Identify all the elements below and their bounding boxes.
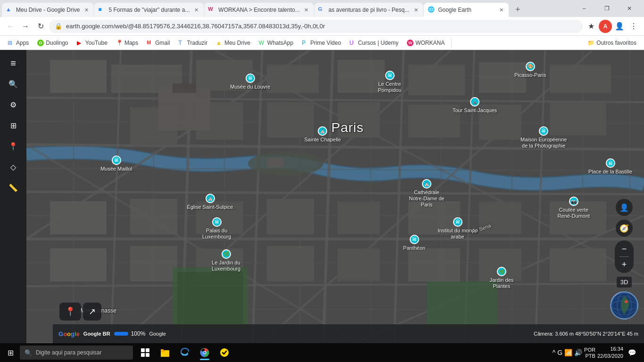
taskbar-task-view[interactable]: [136, 344, 155, 361]
ge-globe-button[interactable]: [610, 291, 638, 320]
poi-circle-monde-arabe: 🏛: [453, 217, 462, 227]
taskbar-edge[interactable]: [175, 344, 194, 361]
ge-zoom-in-button[interactable]: +: [617, 258, 632, 271]
svg-rect-50: [130, 199, 177, 234]
ge-3d-button[interactable]: 3D: [617, 277, 632, 288]
ge-place-button[interactable]: 📍: [59, 303, 81, 321]
bookmark-star-button[interactable]: ★: [585, 20, 598, 33]
ge-layers-button[interactable]: ⊞: [4, 116, 23, 135]
ge-zoom-out-button[interactable]: −: [617, 242, 632, 255]
tab-favicon-drive: ▲: [6, 6, 13, 14]
tab-label-earth: Google Earth: [438, 7, 495, 13]
svg-rect-78: [146, 348, 149, 352]
poi-saint-jacques[interactable]: 🗼 Tour Saint-Jacques: [453, 97, 497, 114]
new-tab-button[interactable]: +: [511, 3, 524, 16]
taskbar-network-icon[interactable]: 📶: [564, 349, 572, 356]
tab-workana[interactable]: W WORKANA > Encontre talento... ✕: [204, 3, 314, 17]
tab-close-drive[interactable]: ✕: [83, 6, 90, 14]
bookmark-label-apps: Apps: [16, 40, 29, 46]
ge-voyage-button[interactable]: ◇: [4, 157, 23, 176]
taskbar-chevron-icon[interactable]: ^: [553, 349, 556, 356]
bookmark-favicon-gmail: M: [147, 40, 153, 46]
maximize-button[interactable]: ❐: [596, 1, 618, 16]
poi-maison-euro[interactable]: 🏛 Maison Européennede la Photographie: [520, 126, 567, 149]
taskbar-search[interactable]: 🔍 Digite aqui para pesquisar: [20, 346, 133, 360]
taskbar-google-update-icon[interactable]: G: [557, 349, 562, 356]
menu-button[interactable]: ⋮: [627, 20, 640, 33]
poi-monde-arabe[interactable]: 🏛 Institut du monde arabe: [434, 217, 481, 240]
bookmark-others[interactable]: 📁 Outros favoritos: [584, 38, 640, 48]
poi-bastille[interactable]: 🏛 Place de la Bastille: [588, 158, 632, 175]
ge-search-button[interactable]: 🔍: [4, 74, 23, 93]
taskbar-norton[interactable]: [215, 344, 234, 361]
nav-right-buttons: ★ A 👤 ⋮: [585, 20, 640, 33]
poi-picasso[interactable]: 🎨 Picasso-Paris: [514, 62, 546, 78]
bookmark-label-prime: Prime Video: [310, 40, 341, 46]
bookmark-udemy[interactable]: U Cursos | Udemy: [346, 38, 402, 48]
bookmark-favicon-meu-drive: ▲: [216, 40, 223, 46]
tab-google-search[interactable]: G as aventuras de pi livro - Pesq... ✕: [314, 3, 423, 17]
bookmark-duolingo[interactable]: D Duolingo: [33, 38, 72, 48]
bookmark-meu-drive[interactable]: ▲ Meu Drive: [212, 38, 254, 48]
bookmark-youtube[interactable]: ▶ YouTube: [73, 38, 111, 48]
tab-close-google[interactable]: ✕: [412, 6, 420, 14]
bookmark-traduzir[interactable]: T Traduzir: [175, 38, 212, 48]
ge-google-br: Google BR: [83, 331, 110, 337]
poi-pompidou[interactable]: 🏛 Le Centre Pompidou: [366, 71, 413, 93]
map-area[interactable]: Paris 🏛 Musée du Louvre 🏛 Le Centre Pomp…: [26, 50, 644, 343]
poi-louvre[interactable]: 🏛 Musée du Louvre: [230, 74, 270, 90]
nav-bar: ← → ↻ 🔒 earth.google.com/web/@48.8517957…: [0, 17, 644, 36]
taskbar-file-explorer[interactable]: [156, 344, 174, 361]
poi-maillol[interactable]: 🏛 Musée Maillol: [100, 156, 132, 172]
ge-streetview-button[interactable]: 👤: [616, 199, 633, 216]
poi-coulee[interactable]: 📷 Coulée verteRené-Dumont: [558, 197, 590, 219]
poi-label-saint-jacques: Tour Saint-Jacques: [453, 107, 497, 114]
start-button[interactable]: ⊞: [2, 344, 19, 361]
bookmark-apps[interactable]: ⊞ Apps: [4, 38, 33, 48]
address-bar[interactable]: 🔒 earth.google.com/web/@48.85179576,2.34…: [49, 20, 583, 33]
forward-button[interactable]: →: [19, 20, 32, 33]
ge-menu-button[interactable]: ≡: [4, 54, 23, 73]
reload-button[interactable]: ↻: [34, 20, 47, 33]
ge-measure-btn[interactable]: ↗: [83, 303, 101, 321]
poi-luxembourg[interactable]: 🏛 Palais du Luxembourg: [193, 217, 240, 240]
bookmark-workana[interactable]: W WORKANA: [403, 38, 448, 48]
profile-button[interactable]: 👤: [613, 20, 626, 33]
tab-google-earth[interactable]: 🌐 Google Earth ✕: [424, 3, 509, 17]
poi-label-notre-dame: CathédraleNotre-Dame de Paris: [403, 189, 450, 208]
poi-saint-sulpice[interactable]: ⛪ Église Saint-Sulpice: [187, 194, 233, 210]
tab-close-earth[interactable]: ✕: [497, 6, 505, 14]
tab-label-drive: Meu Drive - Google Drive: [16, 7, 80, 13]
tab-close-workana[interactable]: ✕: [303, 6, 310, 14]
bookmark-prime[interactable]: P Prime Video: [298, 38, 345, 48]
back-button[interactable]: ←: [4, 20, 17, 33]
tab-5formas[interactable]: ■ 5 Formas de "viajar" durante a... ✕: [94, 3, 204, 17]
poi-notre-dame[interactable]: ⛪ CathédraleNotre-Dame de Paris: [403, 179, 450, 208]
ge-location-button[interactable]: 📍: [4, 137, 23, 156]
ge-settings-button[interactable]: ⚙: [4, 95, 23, 114]
bookmark-whatsapp[interactable]: W WhatsApp: [255, 38, 297, 48]
account-button[interactable]: A: [599, 20, 612, 33]
tab-close-5formas[interactable]: ✕: [192, 6, 200, 14]
minimize-button[interactable]: –: [573, 1, 595, 16]
close-button[interactable]: ✕: [619, 1, 640, 16]
ge-measure-button[interactable]: 📏: [4, 178, 23, 197]
poi-jardin-luxembourg[interactable]: 🌿 Le Jardin duLuxembourg: [212, 249, 240, 272]
taskbar-volume-icon[interactable]: 🔊: [574, 349, 582, 356]
taskbar-notification-button[interactable]: 💬: [625, 346, 638, 359]
poi-jardin-plantes[interactable]: 🌿 Jardin desPlantes: [490, 267, 514, 289]
poi-pantheon[interactable]: 🏛 Panthéon: [403, 235, 425, 251]
taskbar-chrome[interactable]: [195, 344, 214, 361]
taskbar-language: POR: [584, 347, 595, 353]
bookmark-maps[interactable]: 📍 Maps: [112, 38, 142, 48]
svg-rect-57: [50, 248, 107, 281]
svg-rect-62: [408, 248, 460, 281]
svg-rect-83: [161, 349, 164, 351]
poi-sainte-chapelle[interactable]: ⛪ Sainte Chapelle: [305, 126, 341, 143]
ge-compass-button[interactable]: 🧭: [616, 220, 633, 237]
taskbar-lang-time: POR PTB: [584, 347, 595, 359]
tab-drive[interactable]: ▲ Meu Drive - Google Drive ✕: [2, 3, 94, 17]
poi-label-monde-arabe: Institut du monde arabe: [434, 228, 481, 240]
taskbar-time-display[interactable]: 16:34 22/03/2020: [597, 346, 623, 360]
bookmark-gmail[interactable]: M Gmail: [143, 38, 173, 48]
